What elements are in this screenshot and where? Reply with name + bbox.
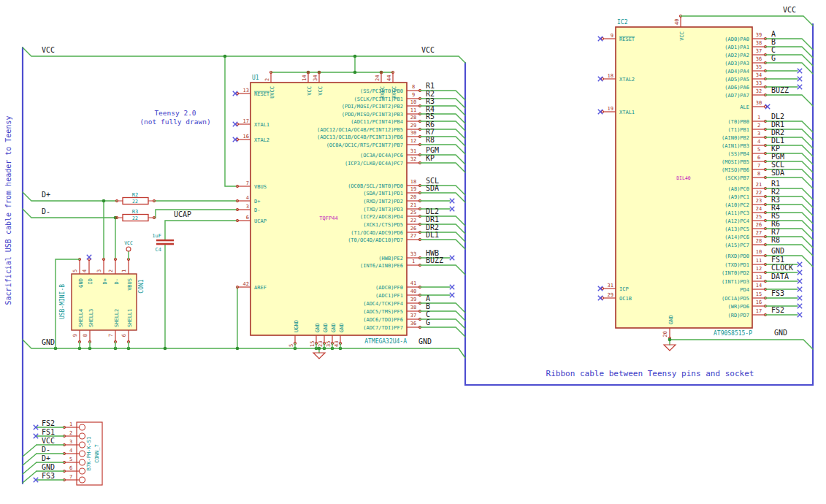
ic2-pin-name: (AD3)PA3 bbox=[724, 61, 749, 66]
ic2-pin-name: GND bbox=[668, 315, 674, 324]
wire bbox=[225, 56, 237, 186]
wire bbox=[681, 16, 813, 26]
conn7-pin-pad bbox=[80, 442, 85, 448]
conn7-pin-pad bbox=[80, 451, 85, 457]
wire bbox=[765, 95, 813, 106]
u1-pin-number: 28 bbox=[410, 115, 416, 121]
junction-dot bbox=[164, 347, 167, 351]
u1-pin-name: (TXD/INT3)PD3 bbox=[363, 207, 403, 213]
net-label-clock: CLOCK bbox=[771, 264, 793, 272]
net-label-pgm: PGM bbox=[426, 146, 439, 154]
con1-pin-name: D- bbox=[114, 278, 120, 284]
u1-pin-number: 34 bbox=[313, 75, 318, 81]
junction-dot bbox=[223, 55, 227, 58]
ground-symbol-icon bbox=[664, 345, 676, 351]
wire bbox=[23, 47, 465, 63]
ic2-pin-name: PD4 bbox=[740, 287, 749, 293]
conn7-pin-number: 3 bbox=[69, 439, 72, 445]
ic2-pin-number: 33 bbox=[756, 80, 762, 86]
ic2-pin-number: 20 bbox=[662, 331, 668, 337]
u1-pin-number: 7 bbox=[246, 180, 249, 186]
ic2-pin-number: 10 bbox=[756, 249, 762, 255]
ic2-pin-name: (A9)PC1 bbox=[727, 194, 749, 200]
u1-pin-number: 2 bbox=[264, 78, 270, 81]
ic2-pin-number: 24 bbox=[756, 206, 762, 212]
net-label-sda: SDA bbox=[771, 169, 784, 177]
u1-pin-number: 25 bbox=[410, 210, 416, 215]
net-label-dr1: DR1 bbox=[771, 121, 784, 129]
con1-pin-number: 4 bbox=[82, 270, 88, 272]
ic2-pin-number: 36 bbox=[756, 56, 762, 62]
u1-pin-number: 35 bbox=[326, 341, 332, 347]
ic2-pin-number: 5 bbox=[757, 147, 760, 153]
net-label-d-: D- bbox=[42, 446, 50, 454]
net-label-a: A bbox=[426, 294, 430, 302]
u1-pin-name: (RXD/INT2)PD2 bbox=[363, 199, 403, 205]
ic2-pin-name: (INT0)PD2 bbox=[722, 270, 749, 276]
capacitor-c4-value: 1uF bbox=[152, 233, 161, 239]
u1-pin-name: (ADC5/TMS)PF5 bbox=[363, 309, 403, 315]
ic2-pin-name: (A14)PC6 bbox=[724, 234, 749, 240]
net-label-dl1: DL1 bbox=[426, 231, 439, 239]
u1-pin-number: 15 bbox=[310, 341, 316, 347]
ic2-pin-name: ALE bbox=[740, 104, 749, 110]
u1-pin-number: 33 bbox=[410, 251, 416, 257]
u1-pin-number: 29 bbox=[410, 123, 416, 129]
net-label-r7: R7 bbox=[771, 228, 780, 236]
ic2-pin-number: 18 bbox=[608, 73, 613, 79]
con1-pin-number: 5 bbox=[72, 270, 78, 272]
net-label-gnd: GND bbox=[42, 463, 55, 471]
ic2-pin-name: VCC bbox=[679, 31, 685, 41]
ic2-pin-number: 1 bbox=[757, 115, 760, 121]
ground-symbol-icon bbox=[313, 353, 325, 359]
junction-dot bbox=[102, 199, 106, 203]
ic2-pin-name: (INT1)PD3 bbox=[722, 279, 749, 285]
u1-pin-number: 14 bbox=[302, 75, 307, 81]
net-label-r1: R1 bbox=[771, 180, 780, 188]
net-label-gnd: GND bbox=[42, 338, 55, 346]
note-teensy: Teensy 2.0 bbox=[154, 109, 196, 117]
net-label-dl2: DL2 bbox=[426, 207, 439, 215]
u1-pin-name: (SS/PCINT0)PB0 bbox=[360, 88, 403, 94]
u1-pin-number: 20 bbox=[410, 194, 416, 200]
conn7-reference: CONN_7 bbox=[94, 444, 100, 462]
ic2-pin-name: (AD4)PA4 bbox=[724, 69, 749, 75]
ic2-pin-number: 12 bbox=[756, 266, 762, 272]
wire bbox=[154, 210, 237, 218]
net-label-sda: SDA bbox=[426, 184, 439, 192]
ic2-pin-name: OC1B bbox=[619, 296, 632, 302]
u1-pin-number: 13 bbox=[243, 88, 249, 93]
ic2-pin-name: (MISO)PB6 bbox=[722, 167, 749, 173]
schematic-page: Sacrificial USB cable from header to Tee… bbox=[0, 0, 826, 504]
net-label-r7: R7 bbox=[426, 128, 435, 136]
ic2-pin-name: (A8)PC0 bbox=[727, 186, 749, 192]
con1-pin-number: 9 bbox=[72, 334, 78, 337]
u1-pin-number: 10 bbox=[410, 99, 416, 105]
u1-pin-name: (T1/OC4D/ADC9)PD6 bbox=[351, 230, 403, 236]
u1-pin-number: 22 bbox=[410, 218, 416, 224]
junction-dot bbox=[668, 338, 672, 342]
u1-pin-number: 5 bbox=[288, 344, 294, 347]
u1-pin-name: (ADC7/TDI)PF7 bbox=[363, 325, 403, 331]
u1-pin-number: 17 bbox=[243, 118, 249, 124]
u1-pin-number: 32 bbox=[410, 156, 416, 162]
net-label-vcc: VCC bbox=[42, 437, 55, 445]
u1-pin-name: VCC bbox=[318, 86, 324, 96]
net-label-vcc: VCC bbox=[42, 46, 55, 54]
u1-pin-number: 44 bbox=[386, 75, 392, 81]
net-label-scl: SCL bbox=[771, 161, 784, 169]
ic2-pin-number: 39 bbox=[756, 32, 762, 38]
ic2-pin-name: (A11)PC3 bbox=[724, 210, 749, 216]
net-label-dminus: D- bbox=[42, 207, 50, 215]
u1-pin-name: VCC bbox=[307, 86, 313, 96]
u1-pin-name: GND bbox=[323, 323, 329, 332]
ic2-pin-number: 32 bbox=[756, 88, 762, 94]
net-label-gnd: GND bbox=[418, 337, 432, 345]
ic2-pin-number: 14 bbox=[756, 283, 762, 289]
net-label-fs1: FS1 bbox=[771, 256, 784, 264]
u1-pin-name: GND bbox=[331, 323, 337, 332]
ic2-pin-name: (RD)PD7 bbox=[727, 313, 749, 318]
resistor-r3-reference: R3 bbox=[132, 209, 138, 215]
u1-pin-name: UGND bbox=[294, 320, 299, 332]
u1-pin-number: 4 bbox=[246, 195, 249, 201]
